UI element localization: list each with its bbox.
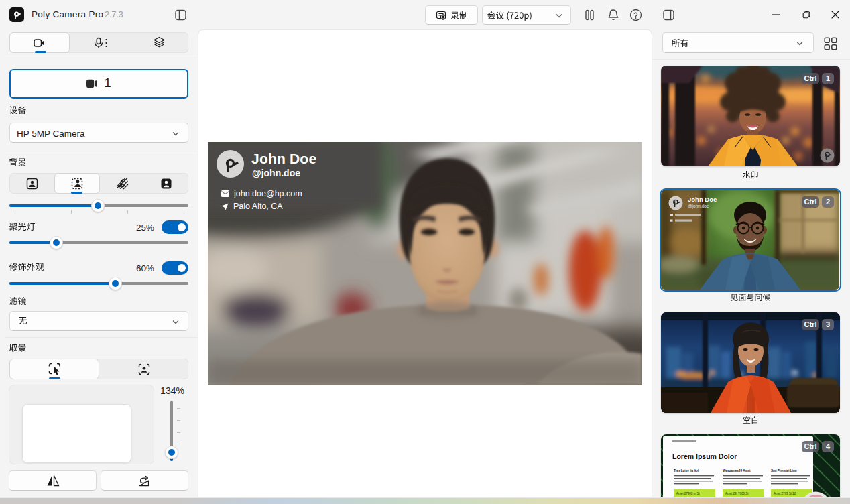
svg-text:Smi Phemtei Linn: Smi Phemtei Linn	[771, 469, 797, 472]
svg-text:Tres Luise lia Vol: Tres Luise lia Vol	[674, 469, 699, 472]
svg-text:Amet 27900 m St: Amet 27900 m St	[676, 492, 701, 495]
svg-text:John Doe: John Doe	[688, 196, 717, 203]
svg-text:Amst 2763 St 22: Amst 2763 St 22	[774, 492, 796, 495]
svg-text:@john.doe: @john.doe	[688, 204, 709, 209]
svg-text:Amst 29. 7600 St: Amst 29. 7600 St	[725, 492, 749, 495]
svg-text:Lorem Ipsum Dolor: Lorem Ipsum Dolor	[672, 452, 737, 460]
svg-text:Wesuames24 Amst: Wesuames24 Amst	[723, 469, 751, 472]
